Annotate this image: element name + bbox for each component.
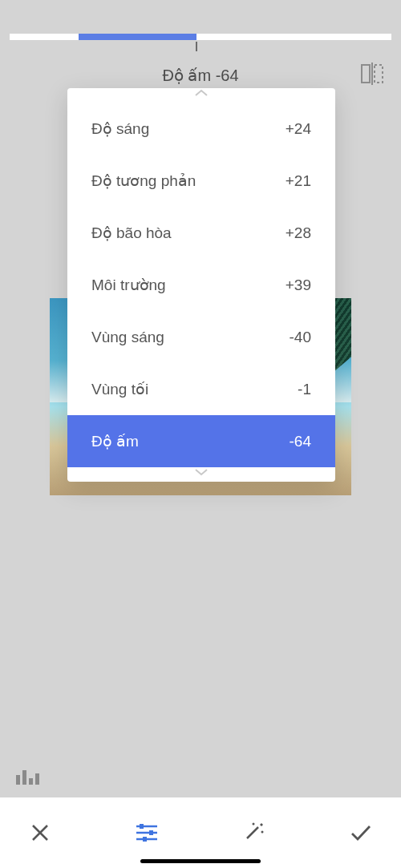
value-slider[interactable] [10, 34, 391, 40]
close-button[interactable] [24, 817, 56, 849]
svg-rect-14 [143, 837, 147, 842]
slider-track [10, 34, 391, 40]
adjustment-label: Độ ấm [91, 432, 139, 450]
svg-rect-0 [362, 65, 370, 83]
adjustment-label: Độ tương phản [91, 172, 196, 190]
adjustment-value: -1 [271, 381, 311, 398]
adjustment-label: Vùng sáng [91, 329, 164, 346]
tune-button[interactable] [131, 817, 163, 849]
adjustment-row[interactable]: Độ sáng+24 [67, 103, 335, 155]
compare-button[interactable] [359, 63, 387, 85]
chevron-up-icon[interactable] [67, 88, 335, 103]
adjustment-value: +28 [271, 224, 311, 242]
home-indicator [140, 859, 261, 863]
svg-rect-6 [35, 773, 39, 785]
histogram-button[interactable] [16, 767, 40, 785]
adjustment-value: +21 [271, 172, 311, 190]
adjustment-value: +39 [271, 277, 311, 294]
svg-point-16 [261, 831, 263, 834]
adjustment-label: Độ bão hòa [91, 224, 172, 242]
adjustment-row[interactable]: Vùng sáng-40 [67, 311, 335, 363]
svg-rect-12 [149, 830, 153, 835]
svg-rect-4 [22, 770, 26, 785]
svg-line-15 [247, 827, 258, 838]
adjustment-label: Môi trường [91, 276, 166, 294]
adjustment-row[interactable]: Môi trường+39 [67, 259, 335, 311]
adjustment-row[interactable]: Vùng tối-1 [67, 363, 335, 415]
svg-rect-1 [375, 65, 383, 83]
adjustment-value: +24 [271, 120, 311, 138]
svg-rect-5 [29, 778, 33, 785]
confirm-button[interactable] [345, 817, 377, 849]
magic-wand-button[interactable] [238, 817, 270, 849]
bottom-toolbar [0, 797, 401, 868]
adjustment-value: -40 [271, 329, 311, 346]
adjustment-row[interactable]: Độ bão hòa+28 [67, 207, 335, 259]
adjustment-label: Độ sáng [91, 119, 149, 138]
adjustment-label: Vùng tối [91, 380, 148, 398]
adjustment-row[interactable]: Độ tương phản+21 [67, 155, 335, 207]
chevron-down-icon[interactable] [67, 467, 335, 482]
adjustment-value: -64 [271, 433, 311, 450]
adjustments-panel: Độ sáng+24Độ tương phản+21Độ bão hòa+28M… [67, 88, 335, 482]
slider-center-tick [196, 42, 197, 51]
slider-fill [79, 34, 197, 40]
svg-rect-10 [140, 824, 144, 829]
adjustment-row[interactable]: Độ ấm-64 [67, 415, 335, 467]
current-adjustment-label: Độ ấm -64 [162, 66, 238, 85]
svg-rect-3 [16, 775, 20, 785]
svg-point-17 [252, 823, 254, 826]
